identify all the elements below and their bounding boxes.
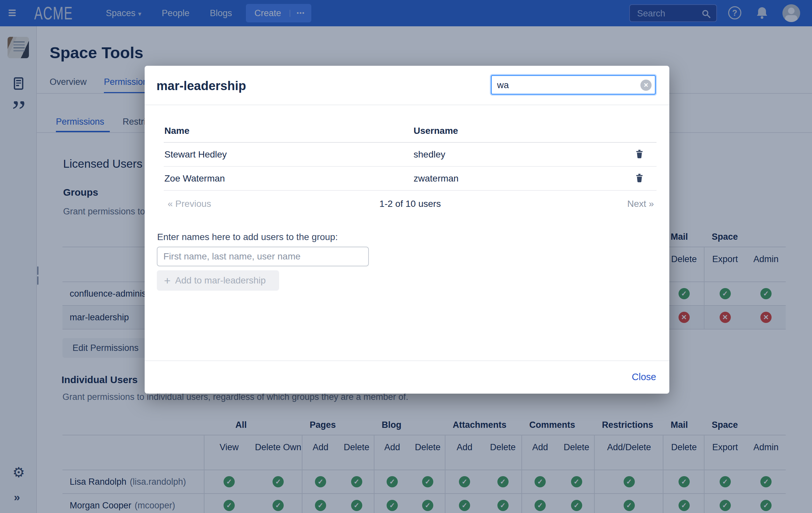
remove-member-trash-icon[interactable] bbox=[633, 148, 646, 161]
username-column-header: Username bbox=[413, 125, 458, 136]
member-name: Stewart Hedley bbox=[164, 149, 227, 160]
application-window: ACME Spaces▾ People Blogs Create ••• ? ”… bbox=[0, 0, 812, 513]
remove-member-trash-icon[interactable] bbox=[633, 172, 646, 184]
member-row: Stewart Hedleyshedley bbox=[164, 143, 657, 167]
member-username: shedley bbox=[413, 149, 445, 160]
pagination-status: 1-2 of 10 users bbox=[164, 199, 657, 209]
dialog-header-divider bbox=[145, 105, 669, 105]
plus-icon: + bbox=[164, 274, 171, 287]
clear-search-icon[interactable]: ✕ bbox=[640, 80, 651, 91]
member-filter-box: ✕ bbox=[491, 75, 656, 95]
members-table-header: Name Username bbox=[164, 119, 657, 143]
next-page-button[interactable]: Next » bbox=[627, 199, 654, 209]
member-username: zwaterman bbox=[413, 173, 459, 184]
member-filter-input[interactable] bbox=[496, 77, 636, 93]
dialog-footer-divider bbox=[145, 361, 669, 361]
members-pagination: « Previous 1-2 of 10 users Next » bbox=[164, 191, 657, 217]
add-users-input[interactable] bbox=[157, 247, 369, 266]
members-table: Name Username Stewart HedleyshedleyZoe W… bbox=[164, 119, 657, 217]
member-row: Zoe Watermanzwaterman bbox=[164, 167, 657, 191]
add-users-label: Enter names here to add users to the gro… bbox=[157, 232, 338, 243]
close-dialog-button[interactable]: Close bbox=[632, 372, 656, 382]
add-to-group-button[interactable]: +Add to mar-leadership bbox=[157, 270, 279, 291]
group-members-dialog: mar-leadership ✕ Name Username Stewart H… bbox=[145, 66, 669, 394]
member-name: Zoe Waterman bbox=[164, 173, 225, 184]
dialog-title: mar-leadership bbox=[156, 79, 246, 93]
name-column-header: Name bbox=[164, 125, 190, 136]
